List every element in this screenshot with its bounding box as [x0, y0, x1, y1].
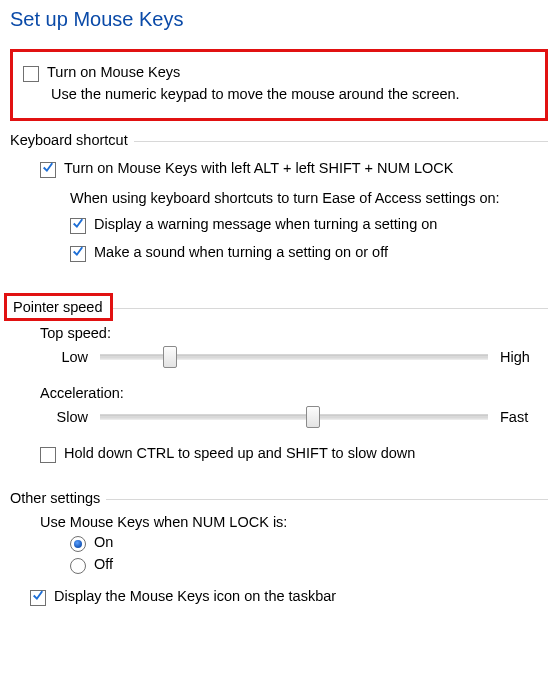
- pointer-speed-legend: Pointer speed: [13, 299, 102, 315]
- numlock-on-label: On: [94, 534, 113, 550]
- taskbar-icon-checkbox[interactable]: [30, 590, 46, 606]
- turn-on-mouse-keys-label: Turn on Mouse Keys: [47, 64, 180, 80]
- ctrl-shift-label: Hold down CTRL to speed up and SHIFT to …: [64, 445, 415, 461]
- top-speed-label: Top speed:: [40, 325, 548, 341]
- other-settings-group: Other settings Use Mouse Keys when NUM L…: [10, 499, 548, 616]
- enable-shortcut-checkbox[interactable]: [40, 162, 56, 178]
- top-speed-slider[interactable]: [100, 347, 488, 367]
- other-settings-legend: Other settings: [10, 490, 106, 506]
- acceleration-low-label: Slow: [40, 409, 88, 425]
- enable-shortcut-label: Turn on Mouse Keys with left ALT + left …: [64, 160, 454, 176]
- numlock-label: Use Mouse Keys when NUM LOCK is:: [40, 514, 548, 530]
- make-sound-label: Make a sound when turning a setting on o…: [94, 244, 388, 260]
- warning-message-label: Display a warning message when turning a…: [94, 216, 437, 232]
- acceleration-slider[interactable]: [100, 407, 488, 427]
- ctrl-shift-checkbox[interactable]: [40, 447, 56, 463]
- numlock-off-label: Off: [94, 556, 113, 572]
- turn-on-mouse-keys-checkbox[interactable]: [23, 66, 39, 82]
- acceleration-high-label: Fast: [500, 409, 548, 425]
- top-speed-high-label: High: [500, 349, 548, 365]
- taskbar-icon-label: Display the Mouse Keys icon on the taskb…: [54, 588, 336, 604]
- make-sound-checkbox[interactable]: [70, 246, 86, 262]
- keyboard-shortcut-group: Keyboard shortcut Turn on Mouse Keys wit…: [10, 141, 548, 272]
- acceleration-label: Acceleration:: [40, 385, 548, 401]
- turn-on-highlight: Turn on Mouse Keys Use the numeric keypa…: [10, 49, 548, 121]
- numlock-off-radio[interactable]: [70, 558, 86, 574]
- pointer-speed-group: Pointer speed Top speed: Low High Accele…: [10, 308, 548, 473]
- keyboard-shortcut-legend: Keyboard shortcut: [10, 132, 134, 148]
- page-title: Set up Mouse Keys: [10, 8, 548, 31]
- numlock-on-radio[interactable]: [70, 536, 86, 552]
- shortcut-note: When using keyboard shortcuts to turn Ea…: [70, 190, 548, 206]
- pointer-speed-highlight: Pointer speed: [4, 293, 113, 321]
- turn-on-mouse-keys-description: Use the numeric keypad to move the mouse…: [51, 86, 535, 102]
- top-speed-low-label: Low: [40, 349, 88, 365]
- warning-message-checkbox[interactable]: [70, 218, 86, 234]
